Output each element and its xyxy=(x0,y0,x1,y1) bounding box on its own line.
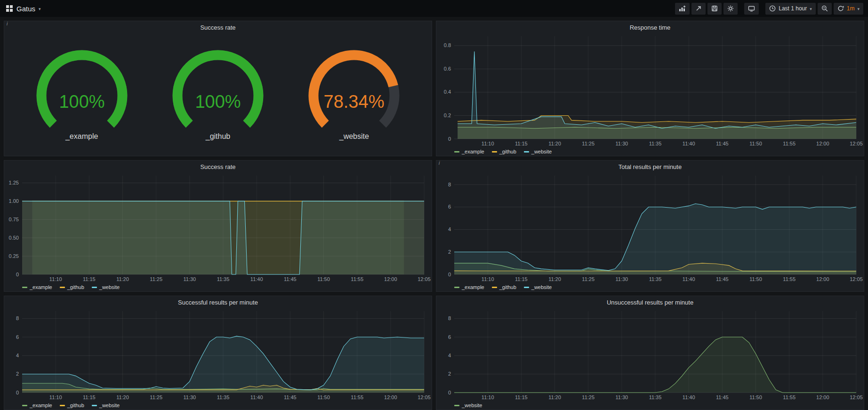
gauge-_website: 78.34% _website xyxy=(293,48,415,141)
panel-title[interactable]: Success rate xyxy=(4,21,432,32)
gauge-label: _example xyxy=(21,132,143,141)
settings-button[interactable] xyxy=(723,3,738,15)
svg-text:12:05: 12:05 xyxy=(850,394,863,400)
svg-text:11:45: 11:45 xyxy=(716,394,729,400)
svg-text:11:55: 11:55 xyxy=(351,394,363,400)
svg-text:11:15: 11:15 xyxy=(515,141,528,146)
svg-text:11:10: 11:10 xyxy=(482,276,494,282)
svg-text:11:25: 11:25 xyxy=(582,276,595,282)
cycle-view-button[interactable] xyxy=(744,3,759,15)
svg-text:11:40: 11:40 xyxy=(683,394,695,400)
panel-title[interactable]: Response time xyxy=(436,21,864,32)
svg-text:8: 8 xyxy=(448,182,451,187)
save-button[interactable] xyxy=(707,3,722,15)
panel-unsuccessful-results: Unsuccessful results per minute 0246811:… xyxy=(436,296,864,410)
svg-text:11:25: 11:25 xyxy=(150,276,162,282)
svg-text:11:30: 11:30 xyxy=(615,276,628,282)
legend-item-_github[interactable]: _github xyxy=(60,284,84,290)
bar-chart-plus-icon xyxy=(679,5,686,12)
svg-text:11:30: 11:30 xyxy=(183,394,196,400)
legend-item-_example[interactable]: _example xyxy=(454,284,484,290)
add-panel-button[interactable] xyxy=(675,3,690,15)
legend-item-_website[interactable]: _website xyxy=(524,284,552,290)
svg-text:1.00: 1.00 xyxy=(9,198,19,204)
panel-title[interactable]: Total results per minute xyxy=(436,161,864,172)
legend-item-_website[interactable]: _website xyxy=(524,149,552,154)
gear-icon xyxy=(727,5,734,12)
svg-text:11:40: 11:40 xyxy=(683,276,695,282)
svg-text:0: 0 xyxy=(448,272,451,277)
chevron-down-icon: ▾ xyxy=(810,6,812,11)
svg-text:12:00: 12:00 xyxy=(816,394,829,400)
svg-text:11:45: 11:45 xyxy=(716,276,729,282)
legend-item-_website[interactable]: _website xyxy=(454,402,482,408)
svg-text:0.6: 0.6 xyxy=(444,66,451,72)
svg-text:0: 0 xyxy=(16,390,19,395)
panel-success-rate-gauges: i Success rate 100% _example 100% _githu… xyxy=(4,21,432,156)
gauge-value: 100% xyxy=(195,92,241,112)
svg-text:6: 6 xyxy=(16,334,19,340)
svg-text:11:10: 11:10 xyxy=(49,276,62,282)
zoom-out-button[interactable] xyxy=(818,3,832,15)
clock-icon xyxy=(769,5,776,12)
panel-title[interactable]: Successful results per minute xyxy=(4,296,432,307)
svg-text:0.4: 0.4 xyxy=(444,89,451,95)
refresh-picker[interactable]: 1m ▾ xyxy=(834,3,863,15)
app-logo-icon[interactable] xyxy=(6,5,13,12)
panel-title[interactable]: Success rate xyxy=(4,161,432,172)
legend-item-_example[interactable]: _example xyxy=(22,402,52,408)
unsuccessful-results-chart[interactable]: 0246811:1011:1511:2011:2511:3011:3511:40… xyxy=(436,307,864,401)
svg-text:12:05: 12:05 xyxy=(418,276,431,282)
legend-item-_github[interactable]: _github xyxy=(492,284,516,290)
legend-item-_github[interactable]: _github xyxy=(492,149,516,154)
svg-text:12:00: 12:00 xyxy=(816,141,829,146)
legend-item-_example[interactable]: _example xyxy=(22,284,52,290)
svg-text:12:00: 12:00 xyxy=(384,276,397,282)
svg-text:11:20: 11:20 xyxy=(116,394,129,400)
successful-results-chart[interactable]: 0246811:1011:1511:2011:2511:3011:3511:40… xyxy=(4,307,432,401)
legend-item-_website[interactable]: _website xyxy=(92,284,120,290)
svg-text:11:30: 11:30 xyxy=(183,276,196,282)
panel-response-time: Response time 00.20.40.60.811:1011:1511:… xyxy=(436,21,864,156)
response-time-chart[interactable]: 00.20.40.60.811:1011:1511:2011:2511:3011… xyxy=(436,32,864,147)
svg-text:11:45: 11:45 xyxy=(284,394,297,400)
panel-successful-results: Successful results per minute 0246811:10… xyxy=(4,296,432,410)
svg-text:11:40: 11:40 xyxy=(250,276,263,282)
success-rate-chart[interactable]: 00.250.500.751.001.2511:1011:1511:2011:2… xyxy=(4,172,432,283)
total-results-chart[interactable]: 0246811:1011:1511:2011:2511:3011:3511:40… xyxy=(436,172,864,283)
panel-success-rate-graph: Success rate 00.250.500.751.001.2511:101… xyxy=(4,160,432,292)
panel-info-icon[interactable]: i xyxy=(7,21,8,26)
legend-item-_example[interactable]: _example xyxy=(454,149,484,154)
time-range-picker[interactable]: Last 1 hour ▾ xyxy=(765,3,816,15)
chevron-down-icon[interactable]: ▾ xyxy=(39,6,41,11)
svg-text:11:40: 11:40 xyxy=(683,141,695,146)
share-button[interactable] xyxy=(691,3,706,15)
svg-text:4: 4 xyxy=(16,353,19,358)
svg-text:0.25: 0.25 xyxy=(9,253,19,259)
svg-text:11:20: 11:20 xyxy=(548,394,561,400)
svg-text:11:50: 11:50 xyxy=(317,276,330,282)
navbar: Gatus ▾ xyxy=(0,0,868,17)
svg-text:12:00: 12:00 xyxy=(384,394,397,400)
svg-text:11:35: 11:35 xyxy=(649,394,662,400)
svg-text:11:55: 11:55 xyxy=(783,276,796,282)
zoom-out-icon xyxy=(821,5,828,12)
panel-info-icon[interactable]: i xyxy=(439,161,440,166)
svg-text:11:15: 11:15 xyxy=(83,276,96,282)
refresh-interval-label: 1m xyxy=(847,5,855,12)
dashboard-title[interactable]: Gatus xyxy=(16,5,35,13)
gauge-label: _github xyxy=(157,132,279,141)
svg-text:11:55: 11:55 xyxy=(783,394,796,400)
gauge-_github: 100% _github xyxy=(157,48,279,141)
panel-title[interactable]: Unsuccessful results per minute xyxy=(436,296,864,307)
svg-text:11:35: 11:35 xyxy=(217,276,230,282)
legend-item-_github[interactable]: _github xyxy=(60,402,84,408)
svg-text:11:25: 11:25 xyxy=(582,394,595,400)
svg-text:2: 2 xyxy=(448,249,451,255)
svg-text:11:15: 11:15 xyxy=(515,276,528,282)
svg-text:11:55: 11:55 xyxy=(351,276,363,282)
gauge-label: _website xyxy=(293,132,415,141)
legend-item-_website[interactable]: _website xyxy=(92,402,120,408)
svg-text:0.2: 0.2 xyxy=(444,113,451,118)
svg-text:11:40: 11:40 xyxy=(250,394,263,400)
